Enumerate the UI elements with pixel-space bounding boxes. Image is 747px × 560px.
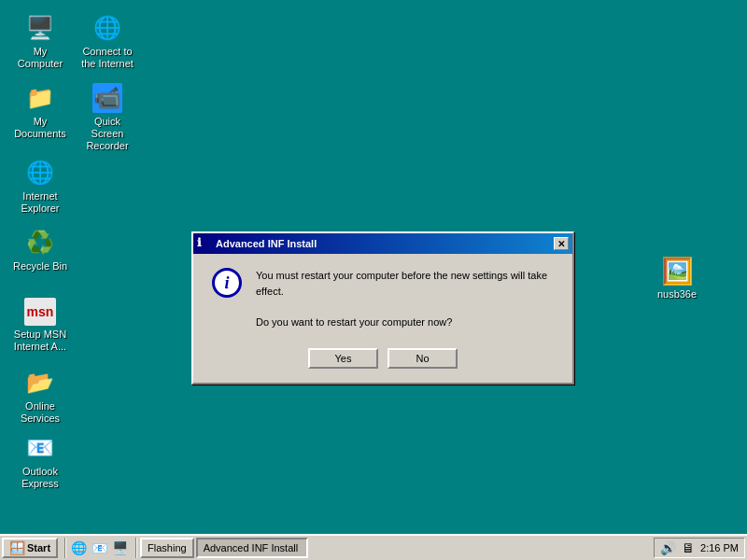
windows-logo-icon: 🪟	[9, 540, 24, 555]
taskbar-divider	[64, 538, 66, 558]
taskbar-task-flashing[interactable]: Flashing	[140, 538, 194, 558]
quick-launch-email-icon[interactable]: 📧	[90, 539, 108, 557]
quick-launch-bar: 🌐 📧 🖥️	[69, 539, 129, 557]
dialog-title-text: Advanced INF Install	[216, 238, 317, 249]
quick-launch-ie-icon[interactable]: 🌐	[69, 539, 88, 557]
taskbar-task-advanced-inf[interactable]: Advanced INF Install	[196, 538, 308, 558]
dialog-title-icon: ℹ	[197, 236, 212, 251]
dialog-message-line2: Do you want to restart your computer now…	[256, 316, 452, 328]
system-clock: 2:16 PM	[700, 542, 739, 553]
dialog-close-button[interactable]: ✕	[554, 237, 569, 250]
taskbar-task-active-label: Advanced INF Install	[204, 542, 299, 553]
dialog-content: i You must restart your computer before …	[193, 254, 572, 383]
dialog-titlebar-content: ℹ Advanced INF Install	[197, 236, 317, 251]
yes-button[interactable]: Yes	[308, 348, 378, 369]
info-icon: i	[212, 268, 242, 298]
tray-volume-icon: 🔊	[660, 540, 676, 555]
advanced-inf-install-dialog: ℹ Advanced INF Install ✕ i You must rest…	[191, 231, 574, 385]
system-tray: 🔊 🖥 2:16 PM	[654, 538, 745, 558]
no-button[interactable]: No	[388, 348, 458, 369]
dialog-titlebar: ℹ Advanced INF Install ✕	[193, 233, 572, 254]
dialog-overlay: ℹ Advanced INF Install ✕ i You must rest…	[0, 0, 747, 523]
dialog-message-line1: You must restart your computer before th…	[256, 270, 547, 297]
desktop: 🖥️ My Computer 🌐 Connect to the Internet…	[0, 0, 747, 523]
taskbar-tasks: Flashing Advanced INF Install	[140, 538, 654, 558]
dialog-message-row: i You must restart your computer before …	[212, 268, 554, 329]
taskbar-task-flashing-label: Flashing	[148, 542, 187, 553]
start-button[interactable]: 🪟 Start	[2, 538, 58, 558]
quick-launch-desktop-icon[interactable]: 🖥️	[110, 539, 129, 557]
taskbar: 🪟 Start 🌐 📧 🖥️ Flashing Advanced INF Ins…	[0, 534, 747, 560]
dialog-buttons: Yes No	[212, 348, 554, 369]
dialog-message-text: You must restart your computer before th…	[256, 268, 554, 329]
taskbar-divider2	[135, 538, 137, 558]
start-label: Start	[27, 542, 50, 553]
tray-network-icon: 🖥	[682, 540, 695, 555]
